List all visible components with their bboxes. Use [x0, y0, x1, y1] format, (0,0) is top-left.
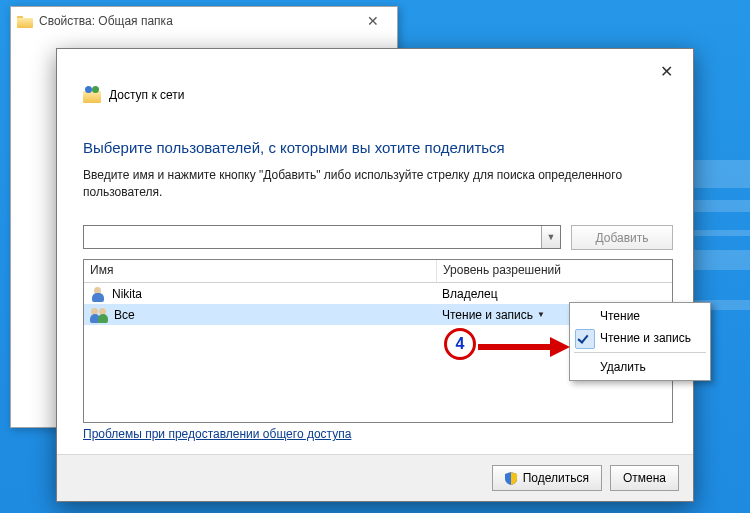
annotation-badge: 4 — [444, 328, 476, 360]
group-icon — [90, 307, 108, 323]
add-button[interactable]: Добавить — [571, 225, 673, 250]
share-button-label: Поделиться — [523, 471, 589, 485]
menu-item-label: Удалить — [600, 360, 646, 374]
properties-title: Свойства: Общая папка — [39, 14, 173, 28]
row-name: Nikita — [112, 287, 142, 301]
dialog-heading: Выберите пользователей, с которыми вы хо… — [83, 139, 505, 156]
cancel-button[interactable]: Отмена — [610, 465, 679, 491]
row-permission: Владелец — [442, 287, 498, 301]
dialog-title: Доступ к сети — [109, 88, 184, 102]
row-name: Все — [114, 308, 135, 322]
svg-marker-1 — [550, 337, 570, 357]
menu-item-label: Чтение — [600, 309, 640, 323]
table-row[interactable]: NikitaВладелец — [84, 283, 672, 304]
cell-name: Nikita — [84, 286, 436, 302]
shield-icon — [505, 472, 517, 485]
cell-name: Все — [84, 307, 436, 323]
troubleshoot-link[interactable]: Проблемы при предоставлении общего досту… — [83, 427, 351, 441]
network-access-dialog: ✕ Доступ к сети Выберите пользователей, … — [56, 48, 694, 502]
cell-permission: Владелец — [436, 287, 672, 301]
annotation-arrow-icon — [478, 337, 570, 357]
column-permission[interactable]: Уровень разрешений — [437, 260, 672, 282]
chevron-down-icon[interactable]: ▼ — [537, 310, 545, 319]
menu-item-label: Чтение и запись — [600, 331, 691, 345]
dialog-footer: Поделиться Отмена — [57, 454, 693, 501]
user-input[interactable] — [84, 228, 541, 246]
user-icon — [90, 286, 106, 302]
user-combo[interactable]: ▼ — [83, 225, 561, 249]
column-name[interactable]: Имя — [84, 260, 437, 282]
menu-separator — [574, 352, 706, 353]
row-permission: Чтение и запись — [442, 308, 533, 322]
annotation-number: 4 — [456, 335, 465, 353]
table-header: Имя Уровень разрешений — [84, 260, 672, 283]
folder-icon — [17, 14, 33, 28]
menu-item[interactable]: Чтение — [572, 305, 708, 327]
close-icon[interactable]: ✕ — [355, 7, 391, 35]
menu-item-delete[interactable]: Удалить — [572, 356, 708, 378]
chevron-down-icon[interactable]: ▼ — [541, 226, 560, 248]
menu-item[interactable]: Чтение и запись — [572, 327, 708, 349]
cancel-button-label: Отмена — [623, 471, 666, 485]
permission-context-menu: ЧтениеЧтение и запись Удалить — [569, 302, 711, 381]
share-button[interactable]: Поделиться — [492, 465, 602, 491]
sharing-folder-icon — [83, 87, 101, 103]
close-button[interactable]: ✕ — [647, 57, 685, 85]
properties-titlebar[interactable]: Свойства: Общая папка ✕ — [11, 7, 397, 35]
dialog-description: Введите имя и нажмите кнопку "Добавить" … — [83, 167, 667, 202]
